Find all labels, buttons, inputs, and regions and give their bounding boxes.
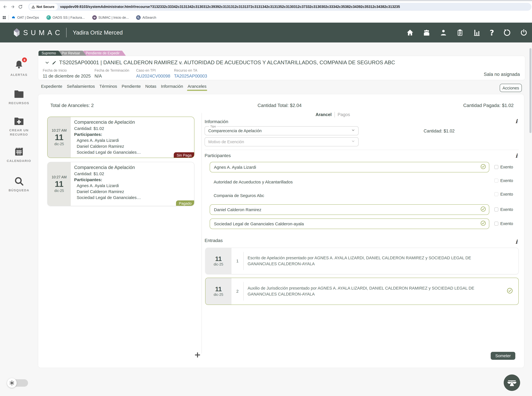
tag-por-revisar[interactable]: Por Revisar <box>58 51 86 56</box>
address-bar[interactable]: Not Secure vappdev09:8103/systemAdminist… <box>28 3 532 11</box>
motivo-exencion-select[interactable]: Motivo de Exención <box>205 137 359 146</box>
participant-name: Agnes A. Ayala Lizardi <box>214 165 256 169</box>
field-label: Fecha de Inicio <box>43 69 91 72</box>
aisearch-favicon <box>136 15 141 20</box>
reports-chart-icon[interactable] <box>473 29 481 36</box>
info-icon-informacion[interactable]: i <box>514 118 519 124</box>
clipboard-icon[interactable] <box>456 29 464 36</box>
exento-control[interactable]: Exento <box>494 178 513 183</box>
refresh-icon[interactable] <box>503 29 511 36</box>
fee-amount: Cantidad: $1.02 <box>74 171 191 176</box>
someter-button[interactable]: Someter <box>491 352 515 360</box>
fee-title: Comparecencia de Apelación <box>74 119 191 125</box>
profile-icon[interactable] <box>439 29 447 36</box>
staff-group-icon[interactable] <box>423 29 431 36</box>
motivo-placeholder: Motivo de Exención <box>208 140 244 144</box>
exento-checkbox[interactable] <box>494 222 498 226</box>
info-icon-participantes[interactable]: i <box>514 152 519 159</box>
chevron-down-icon[interactable] <box>45 60 49 65</box>
participantes-heading: Participantes <box>205 153 231 158</box>
fee-participant: Daniel Calderon Ramirez <box>77 189 191 194</box>
exento-checkbox[interactable] <box>494 192 498 196</box>
entry-day: 11 <box>215 286 222 293</box>
browser-chrome: Not Secure vappdev09:8103/systemAdminist… <box>0 0 532 23</box>
entrada-row-1[interactable]: 11 dic-25 1 Escrito de Apelación present… <box>205 248 519 274</box>
sidebar-item-label: ALERTAS <box>11 73 28 77</box>
url-text[interactable]: vappdev09:8103/systemAdministrator.html#… <box>60 5 400 9</box>
view-tab-arancel[interactable]: Arancel <box>316 112 332 117</box>
sidebar-item-recursos[interactable]: RECURSOS <box>0 89 38 105</box>
exento-control[interactable]: Exento <box>494 221 513 226</box>
home-icon[interactable] <box>406 29 414 36</box>
tipo-select[interactable]: Comparecencia de Apelación <box>205 126 359 135</box>
field-recurso-ta: Recurso en TA TA2025AP00003 <box>174 69 207 79</box>
bookmark-sumac[interactable]: SUMAC | Inicio de... <box>92 15 129 20</box>
participant-box-agnes[interactable]: Agnes A. Ayala Lizardi <box>210 162 489 172</box>
tab-informacion[interactable]: Información <box>161 84 183 91</box>
scrollbar-thumb[interactable] <box>529 48 532 133</box>
tab-aranceles[interactable]: Aranceles <box>188 84 206 91</box>
acciones-button[interactable]: Acciones <box>500 84 522 92</box>
field-fecha-terminacion: Fecha de Terminación N/A <box>94 69 129 79</box>
recurso-ta-link[interactable]: TA2025AP00003 <box>174 74 207 79</box>
exento-control[interactable]: Exento <box>494 192 513 197</box>
case-tpi-link[interactable]: AU2024CV00098 <box>136 74 170 79</box>
participant-box-daniel[interactable]: Daniel Calderon Ramirez <box>210 204 489 215</box>
chevron-down-icon <box>351 128 355 133</box>
bookmark-oads[interactable]: OADS SS | Factura... <box>46 15 85 20</box>
exento-checkbox[interactable] <box>494 208 498 211</box>
participant-box-sociedad[interactable]: Sociedad Legal de Gananciales Calderon-a… <box>210 219 489 229</box>
fee-day: 11 <box>55 133 64 142</box>
tab-expediente[interactable]: Expediente <box>41 84 62 91</box>
fee-day: 11 <box>55 180 64 188</box>
app-logo[interactable]: SUMAC <box>13 28 63 37</box>
back-icon[interactable] <box>3 4 8 9</box>
forward-icon[interactable] <box>10 4 15 9</box>
fee-card-pagado[interactable]: 10:27 AM 11 dic-25 Comparecencia de Apel… <box>47 162 194 206</box>
info-icon-entradas[interactable]: i <box>514 239 519 245</box>
tab-terminos[interactable]: Términos <box>99 84 117 91</box>
entry-month: dic-25 <box>214 262 223 266</box>
exento-label: Exento <box>500 165 513 169</box>
reload-icon[interactable] <box>18 4 23 9</box>
exento-checkbox[interactable] <box>494 165 498 169</box>
security-chip[interactable]: Not Secure <box>29 3 58 10</box>
apps-grid-icon[interactable] <box>2 15 7 20</box>
fee-time: 10:27 AM <box>52 128 67 133</box>
fee-card-sin-paga[interactable]: 10:27 AM 11 dic-25 Comparecencia de Apel… <box>47 117 194 158</box>
bookmarks-divider <box>8 15 9 20</box>
entry-text: Escrito de Apelación presentado por AGNE… <box>244 248 518 274</box>
sidebar-item-crear-recurso[interactable]: CREAR UN RECURSO <box>0 117 38 137</box>
sidebar: 8 ALERTAS RECURSOS CREAR UN RECURSO CALE… <box>0 42 38 396</box>
exento-control[interactable]: Exento <box>494 165 513 169</box>
view-tab-pagos[interactable]: Pagos <box>338 112 350 117</box>
sidebar-item-alertas[interactable]: 8 ALERTAS <box>0 59 38 77</box>
exento-checkbox[interactable] <box>494 179 498 183</box>
settings-toggle[interactable] <box>8 379 28 387</box>
entrada-row-2[interactable]: 11 dic-25 2 Auxilio de Jurisdicción pres… <box>205 278 519 305</box>
tab-senalamientos[interactable]: Señalamientos <box>67 84 95 91</box>
exento-label: Exento <box>500 178 513 183</box>
bookmark-label: AiSearch <box>143 15 156 19</box>
exento-control[interactable]: Exento <box>494 207 513 212</box>
tab-notas[interactable]: Notas <box>145 84 156 91</box>
help-icon[interactable]: ? <box>490 28 494 37</box>
sidebar-item-busqueda[interactable]: BÚSQUEDA <box>0 176 38 193</box>
sumac-scales-button[interactable] <box>504 374 520 391</box>
section-divider <box>205 150 519 150</box>
power-icon[interactable] <box>520 29 527 36</box>
tab-pendiente[interactable]: Pendiente <box>122 84 141 91</box>
bookmark-oat-devops[interactable]: OAT | DevOps <box>11 15 39 20</box>
tag-supremo[interactable]: Supremo <box>39 51 62 56</box>
case-tabs: Expediente Señalamientos Términos Pendie… <box>41 84 206 91</box>
edit-pencil-icon[interactable] <box>52 60 56 65</box>
add-arancel-button[interactable] <box>193 351 202 359</box>
tag-pendiente-expedir[interactable]: Pendiente de Expedir <box>83 51 126 56</box>
participant-name: Compania de Seguros Abc <box>214 193 264 198</box>
gear-icon[interactable] <box>7 378 17 388</box>
bookmark-aisearch[interactable]: AiSearch <box>136 15 156 20</box>
fee-participant: Daniel Calderon Ramirez <box>77 144 191 149</box>
cantidad-total: Cantidad Total: $2.04 <box>258 103 301 108</box>
scales-icon <box>507 377 517 388</box>
sidebar-item-calendario[interactable]: CALENDARIO <box>0 147 38 163</box>
